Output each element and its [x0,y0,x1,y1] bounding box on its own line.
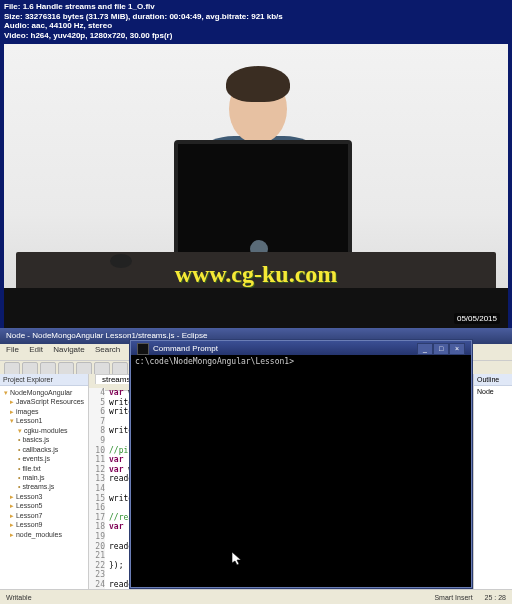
tree-node[interactable]: Lesson9 [2,520,86,529]
tree-node[interactable]: streams.js [2,482,86,491]
tree-node[interactable]: basics.js [2,435,86,444]
cmd-title-text: Command Prompt [153,342,218,356]
status-writable: Writable [6,594,32,601]
tree-node[interactable]: NodeMongoAngular [2,388,86,397]
status-cursor-pos: 25 : 28 [485,594,506,601]
file-info-line: Size: 33276316 bytes (31.73 MiB), durati… [4,12,283,21]
ide-title-text: Node - NodeMongoAngular Lesson1/streams.… [6,331,207,340]
cmd-body[interactable]: c:\code\NodeMongoAngular\Lesson1> [131,355,471,587]
file-info-line: Audio: aac, 44100 Hz, stereo [4,21,112,30]
watermark-text: www.cg-ku.com [4,261,508,288]
menu-navigate[interactable]: Navigate [53,345,85,354]
tree-node[interactable]: callbacks.js [2,445,86,454]
project-tree[interactable]: NodeMongoAngularJavaScript Resourcesimag… [0,386,88,541]
cmd-prompt: c:\code\NodeMongoAngular\Lesson1> [135,357,294,366]
outline-title: Outline [474,374,512,386]
cmd-icon [137,343,149,355]
menu-search[interactable]: Search [95,345,120,354]
explorer-title: Project Explorer [0,374,88,386]
file-info-line: File: 1.6 Handle streams and file 1_O.fl… [4,2,155,11]
file-info-overlay: File: 1.6 Handle streams and file 1_O.fl… [4,2,283,40]
floor [4,288,508,328]
command-prompt-window[interactable]: Command Prompt _ □ × c:\code\NodeMongoAn… [130,340,472,588]
clock-overlay: 05/05/2015 [454,313,500,324]
tree-node[interactable]: main.js [2,473,86,482]
tree-node[interactable]: images [2,407,86,416]
status-insert-mode: Smart Insert [434,594,472,601]
minimize-button[interactable]: _ [417,343,433,355]
project-explorer[interactable]: Project Explorer NodeMongoAngularJavaScr… [0,374,89,590]
tree-node[interactable]: file.txt [2,464,86,473]
mouse-cursor-icon [232,552,242,566]
player-window: File: 1.6 Handle streams and file 1_O.fl… [0,0,512,604]
tree-node[interactable]: Lesson1 [2,416,86,425]
ide-statusbar: Writable Smart Insert 25 : 28 [0,589,512,604]
outline-item[interactable]: Node [474,386,512,397]
tree-node[interactable]: cgku-modules [2,426,86,435]
video-frame[interactable]: www.cg-ku.com 05/05/2015 [4,44,508,328]
menu-edit[interactable]: Edit [29,345,43,354]
maximize-button[interactable]: □ [433,343,449,355]
menu-file[interactable]: File [6,345,19,354]
tree-node[interactable]: Lesson3 [2,492,86,501]
tree-node[interactable]: events.js [2,454,86,463]
tree-node[interactable]: Lesson7 [2,511,86,520]
tree-node[interactable]: Lesson5 [2,501,86,510]
presenter-hair [226,66,290,102]
file-info-line: Video: h264, yuv420p, 1280x720, 30.00 fp… [4,31,172,40]
close-button[interactable]: × [449,343,465,355]
tree-node[interactable]: JavaScript Resources [2,397,86,406]
outline-pane[interactable]: Outline Node [473,374,512,590]
tree-node[interactable]: node_modules [2,530,86,539]
